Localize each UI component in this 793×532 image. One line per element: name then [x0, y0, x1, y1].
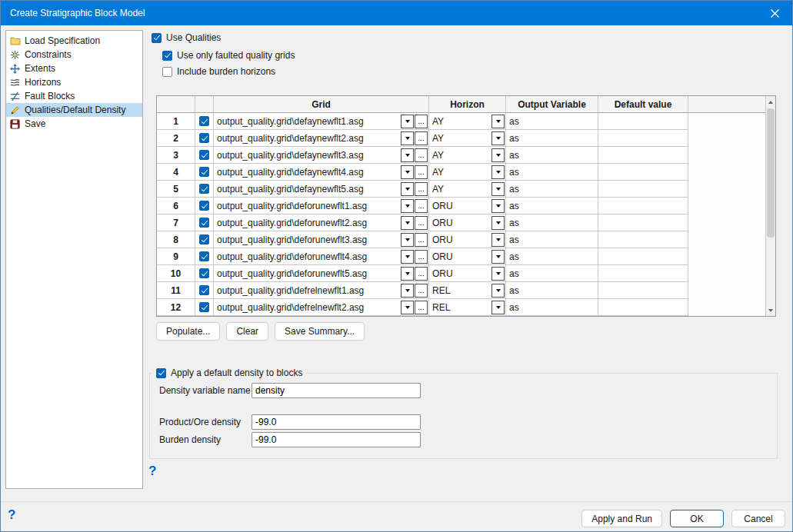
horizon-cell[interactable]: REL [429, 299, 506, 316]
horizon-cell[interactable]: ORU [429, 198, 506, 214]
scroll-thumb[interactable] [767, 108, 775, 238]
output-variable-cell[interactable]: as [506, 248, 598, 265]
grid-dropdown-button[interactable] [401, 250, 414, 264]
default-value-cell[interactable] [598, 147, 688, 164]
row-enabled-checkbox[interactable] [199, 116, 209, 126]
include-burden-option[interactable]: Include burden horizons [162, 65, 275, 78]
grid-cell[interactable]: output_quality.grid\deforunewflt3.asg... [214, 231, 429, 248]
output-variable-cell[interactable]: as [506, 299, 598, 316]
horizon-cell[interactable]: ORU [429, 231, 506, 248]
close-button[interactable] [758, 1, 792, 25]
grid-cell[interactable]: output_quality.grid\deforunewflt2.asg... [214, 214, 429, 231]
grid-dropdown-button[interactable] [401, 301, 414, 314]
save-summary-button[interactable]: Save Summary... [275, 322, 365, 341]
grid-cell[interactable]: output_quality.grid\defaynewflt2.asg... [214, 130, 429, 147]
output-variable-cell[interactable]: as [506, 164, 598, 181]
grid-browse-button[interactable]: ... [415, 216, 428, 230]
ok-button[interactable]: OK [670, 510, 724, 527]
horizon-cell[interactable]: AY [429, 181, 506, 198]
sidebar-item-qualities-default-density[interactable]: Qualities/Default Density [6, 103, 142, 117]
scroll-down-button[interactable] [766, 304, 775, 316]
grid-browse-button[interactable]: ... [415, 199, 428, 213]
dialog-help-button[interactable]: ? [8, 507, 15, 523]
scroll-up-button[interactable] [766, 96, 775, 108]
horizon-cell[interactable]: AY [429, 113, 506, 130]
default-value-cell[interactable] [598, 198, 688, 214]
default-value-cell[interactable] [598, 282, 688, 299]
grid-cell[interactable]: output_quality.grid\defrelnewflt1.asg... [214, 282, 429, 299]
row-enabled-checkbox[interactable] [199, 184, 209, 194]
use-only-faulted-checkbox[interactable] [162, 51, 172, 61]
grid-browse-button[interactable]: ... [415, 233, 428, 247]
default-value-cell[interactable] [598, 181, 688, 198]
grid-browse-button[interactable]: ... [415, 301, 428, 314]
grid-browse-button[interactable]: ... [415, 131, 428, 145]
sidebar-item-load-specification[interactable]: Load Specification [6, 34, 142, 48]
horizon-dropdown-button[interactable] [491, 301, 505, 314]
grid-dropdown-button[interactable] [401, 267, 414, 281]
output-variable-cell[interactable]: as [506, 214, 598, 231]
grid-cell[interactable]: output_quality.grid\deforunewflt1.asg... [214, 198, 429, 214]
output-variable-cell[interactable]: as [506, 130, 598, 147]
grid-browse-button[interactable]: ... [415, 182, 428, 196]
table-scrollbar[interactable] [765, 96, 775, 316]
output-variable-cell[interactable]: as [506, 282, 598, 299]
output-variable-cell[interactable]: as [506, 181, 598, 198]
grid-dropdown-button[interactable] [401, 148, 414, 162]
default-value-cell[interactable] [598, 164, 688, 181]
burden-density-input[interactable] [252, 432, 421, 447]
apply-default-density-checkbox[interactable] [156, 368, 166, 378]
default-value-cell[interactable] [598, 113, 688, 130]
horizon-dropdown-button[interactable] [491, 233, 505, 247]
default-value-cell[interactable] [598, 130, 688, 147]
row-enabled-checkbox[interactable] [199, 201, 209, 211]
grid-dropdown-button[interactable] [401, 131, 414, 145]
output-variable-cell[interactable]: as [506, 147, 598, 164]
row-enabled-checkbox[interactable] [199, 268, 209, 278]
horizon-cell[interactable]: AY [429, 130, 506, 147]
use-qualities-checkbox[interactable] [152, 33, 162, 43]
grid-browse-button[interactable]: ... [415, 165, 428, 179]
row-enabled-checkbox[interactable] [199, 150, 209, 160]
sidebar-item-save[interactable]: Save [6, 117, 142, 131]
grid-browse-button[interactable]: ... [415, 115, 428, 128]
default-value-cell[interactable] [598, 214, 688, 231]
output-variable-cell[interactable]: as [506, 265, 598, 282]
clear-button[interactable]: Clear [226, 322, 268, 341]
grid-cell[interactable]: output_quality.grid\defaynewflt4.asg... [214, 164, 429, 181]
grid-browse-button[interactable]: ... [415, 148, 428, 162]
apply-default-density-option[interactable]: Apply a default density to blocks [152, 367, 306, 379]
horizon-cell[interactable]: ORU [429, 248, 506, 265]
cancel-button[interactable]: Cancel [731, 510, 785, 527]
horizon-dropdown-button[interactable] [491, 284, 505, 298]
grid-dropdown-button[interactable] [401, 115, 414, 128]
default-value-cell[interactable] [598, 265, 688, 282]
horizon-dropdown-button[interactable] [491, 165, 505, 179]
include-burden-checkbox[interactable] [162, 67, 172, 77]
sidebar-item-constraints[interactable]: Constraints [6, 48, 142, 62]
row-enabled-checkbox[interactable] [199, 167, 209, 177]
page-help-button[interactable]: ? [148, 464, 156, 479]
row-enabled-checkbox[interactable] [199, 302, 209, 312]
grid-browse-button[interactable]: ... [415, 284, 428, 298]
horizon-dropdown-button[interactable] [491, 199, 505, 213]
grid-cell[interactable]: output_quality.grid\defaynewflt1.asg... [214, 113, 429, 130]
grid-cell[interactable]: output_quality.grid\defaynewflt5.asg... [214, 181, 429, 198]
grid-browse-button[interactable]: ... [415, 267, 428, 281]
output-variable-cell[interactable]: as [506, 231, 598, 248]
row-enabled-checkbox[interactable] [199, 234, 209, 244]
grid-dropdown-button[interactable] [401, 182, 414, 196]
horizon-dropdown-button[interactable] [491, 131, 505, 145]
grid-dropdown-button[interactable] [401, 233, 414, 247]
row-enabled-checkbox[interactable] [199, 285, 209, 295]
default-value-cell[interactable] [598, 248, 688, 265]
density-variable-name-input[interactable] [252, 383, 421, 398]
use-qualities-option[interactable]: Use Qualities [152, 32, 221, 44]
default-value-cell[interactable] [598, 299, 688, 316]
row-enabled-checkbox[interactable] [199, 251, 209, 261]
row-enabled-checkbox[interactable] [199, 218, 209, 228]
populate-button[interactable]: Populate... [156, 322, 220, 341]
horizon-dropdown-button[interactable] [491, 148, 505, 162]
horizon-dropdown-button[interactable] [491, 267, 505, 281]
grid-cell[interactable]: output_quality.grid\deforunewflt4.asg... [214, 248, 429, 265]
